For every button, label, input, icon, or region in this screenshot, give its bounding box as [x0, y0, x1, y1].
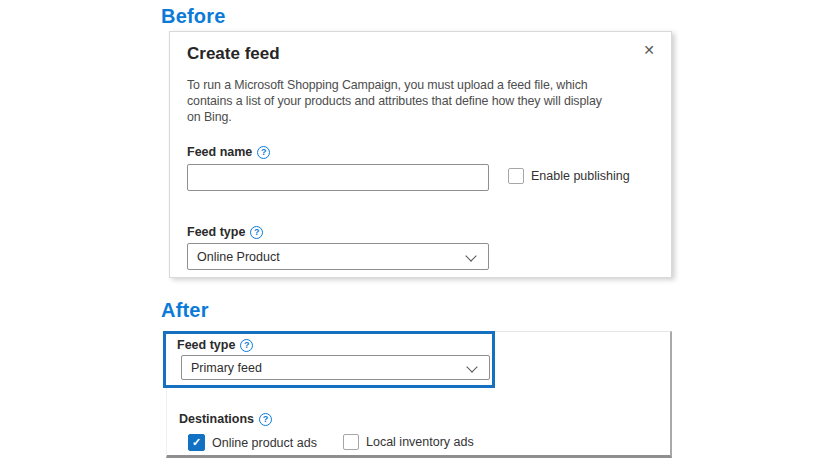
feed-name-label: Feed name ?: [187, 145, 270, 159]
online-product-ads-checkbox[interactable]: ✓: [188, 434, 205, 451]
close-icon[interactable]: ✕: [639, 40, 659, 60]
after-feed-type-label: Feed type ?: [177, 338, 253, 352]
local-inventory-ads-label: Local inventory ads: [366, 435, 474, 449]
create-feed-dialog: Create feed ✕ To run a Microsoft Shoppin…: [169, 31, 672, 278]
chevron-down-icon: [465, 250, 476, 261]
enable-publishing-option[interactable]: Enable publishing: [508, 168, 630, 184]
feed-name-label-text: Feed name: [187, 145, 252, 159]
online-product-ads-label: Online product ads: [212, 436, 317, 450]
help-icon[interactable]: ?: [250, 226, 263, 239]
dialog-description: To run a Microsoft Shopping Campaign, yo…: [187, 77, 602, 125]
online-product-ads-option[interactable]: ✓ Online product ads: [188, 434, 317, 451]
dialog-title: Create feed: [187, 44, 280, 64]
description-line: contains a list of your products and att…: [187, 93, 602, 109]
after-section-heading: After: [161, 299, 209, 322]
chevron-down-icon: [466, 361, 477, 372]
feed-type-selected-value: Online Product: [197, 250, 280, 264]
enable-publishing-checkbox[interactable]: [508, 168, 524, 184]
feed-type-label-text: Feed type: [187, 225, 245, 239]
description-line: To run a Microsoft Shopping Campaign, yo…: [187, 77, 602, 93]
feed-name-input[interactable]: [187, 164, 489, 191]
local-inventory-ads-checkbox[interactable]: [343, 434, 359, 450]
before-section-heading: Before: [161, 5, 226, 28]
checkmark-icon: ✓: [192, 437, 201, 448]
help-icon[interactable]: ?: [257, 146, 270, 159]
after-feed-type-selected-value: Primary feed: [191, 361, 262, 375]
local-inventory-ads-option[interactable]: Local inventory ads: [343, 434, 474, 450]
destinations-label: Destinations ?: [179, 412, 272, 426]
destinations-label-text: Destinations: [179, 412, 254, 426]
enable-publishing-label: Enable publishing: [531, 169, 630, 183]
page: Before Create feed ✕ To run a Microsoft …: [0, 0, 834, 467]
description-line: on Bing.: [187, 109, 602, 125]
feed-type-highlight-box: Feed type ? Primary feed: [163, 331, 495, 388]
feed-type-dropdown[interactable]: Online Product: [187, 243, 489, 270]
help-icon[interactable]: ?: [259, 413, 272, 426]
feed-type-label: Feed type ?: [187, 225, 263, 239]
after-feed-type-dropdown[interactable]: Primary feed: [181, 355, 490, 380]
after-feed-type-label-text: Feed type: [177, 338, 235, 352]
help-icon[interactable]: ?: [240, 339, 253, 352]
